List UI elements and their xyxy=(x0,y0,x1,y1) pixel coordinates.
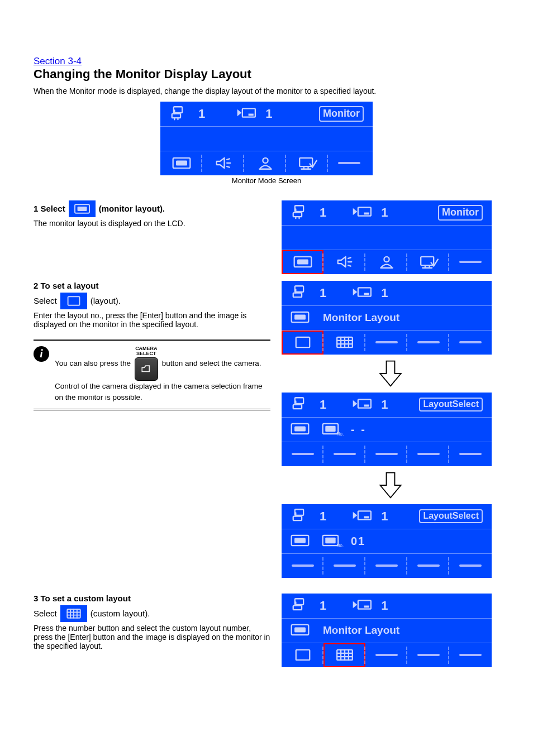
step2-select-post: (layout). xyxy=(91,296,121,305)
user-tile xyxy=(244,151,286,175)
monitor-layout-icon xyxy=(287,420,313,439)
svg-rect-9 xyxy=(176,160,187,165)
step2-select-pre: Select xyxy=(34,296,57,305)
empty-tile xyxy=(449,250,491,274)
monitor-layout-icon-inline xyxy=(69,200,96,217)
lcd-step3: 1 1 Monitor Layout xyxy=(282,594,492,667)
svg-marker-10 xyxy=(216,158,224,168)
layout-no-icon: No. xyxy=(318,420,344,439)
camera-select-button-graphic: CAMERASELECT xyxy=(135,346,158,381)
svg-rect-63 xyxy=(364,405,369,407)
info-icon: i xyxy=(34,346,49,362)
svg-rect-90 xyxy=(358,600,371,609)
monitor-dev-icon xyxy=(349,596,374,615)
lcd-step1: 1 1 Monitor xyxy=(282,200,492,274)
svg-rect-51 xyxy=(296,337,310,347)
monitor-layout-icon xyxy=(287,308,313,328)
step2-body: Enter the layout no., press the [Enter] … xyxy=(34,311,270,329)
svg-rect-21 xyxy=(77,207,87,211)
section-link[interactable]: Section 3-4 xyxy=(34,56,82,66)
svg-rect-76 xyxy=(294,538,306,543)
lcd-caption: Monitor Mode Screen xyxy=(34,176,499,185)
nvr-icon xyxy=(287,596,313,615)
svg-rect-6 xyxy=(242,108,255,117)
layout-no-value: - - xyxy=(351,423,367,436)
monitor-layout-tile xyxy=(160,151,202,175)
mode-badge: Monitor xyxy=(438,205,483,221)
monitor-dev-number: 1 xyxy=(265,107,272,121)
svg-marker-46 xyxy=(353,289,358,295)
svg-line-13 xyxy=(227,166,230,168)
single-layout-tile-selected xyxy=(282,331,323,355)
svg-rect-47 xyxy=(358,288,371,296)
custom-layout-icon-inline xyxy=(60,605,87,622)
monitor-layout-icon xyxy=(287,532,313,551)
monitor-layout-label: Monitor Layout xyxy=(323,312,399,324)
monitor-dev-icon xyxy=(349,395,374,414)
step1-heading: 1 Select (monitor layout). xyxy=(34,200,270,217)
svg-rect-28 xyxy=(358,207,371,216)
empty-tile xyxy=(328,151,370,175)
step2-heading: 2 To set a layout xyxy=(34,281,270,290)
nvr-icon xyxy=(287,506,313,526)
svg-marker-27 xyxy=(353,208,358,215)
monitor-layout-label: Monitor Layout xyxy=(323,624,399,637)
layout-no-icon: No. xyxy=(318,532,344,551)
user-tile xyxy=(365,250,407,274)
mode-badge-layoutselect: LayoutSelect xyxy=(419,398,483,412)
info-box: i You can also press the CAMERASELECT bu… xyxy=(34,339,270,411)
svg-marker-61 xyxy=(353,400,358,407)
custom-layout-tile xyxy=(323,331,365,355)
svg-rect-62 xyxy=(358,399,371,408)
svg-line-11 xyxy=(227,159,230,160)
monitor-layout-icon xyxy=(287,621,313,640)
mode-badge: Monitor xyxy=(319,106,364,122)
svg-rect-23 xyxy=(293,213,302,217)
audio-tile xyxy=(202,151,244,175)
nvr-number: 1 xyxy=(198,107,205,121)
step3-heading: 3 To set a custom layout xyxy=(34,594,270,603)
audio-tile xyxy=(323,250,365,274)
mode-badge-layoutselect: LayoutSelect xyxy=(419,509,483,523)
single-layout-icon-inline xyxy=(60,293,87,309)
svg-rect-42 xyxy=(68,296,79,305)
layout-no-value: 01 xyxy=(351,535,365,548)
svg-rect-73 xyxy=(358,511,371,519)
custom-layout-tile-selected xyxy=(323,643,365,667)
lcd-monitor-screen: 1 1 Monitor xyxy=(160,102,373,175)
nvr-icon xyxy=(287,203,313,222)
svg-point-14 xyxy=(263,158,268,163)
arrow-down-icon xyxy=(282,358,499,389)
svg-line-35 xyxy=(348,265,351,266)
svg-rect-44 xyxy=(293,293,302,298)
step3-select-post: (custom layout). xyxy=(91,609,150,618)
svg-line-33 xyxy=(348,257,351,259)
svg-rect-29 xyxy=(364,213,369,215)
monitor-dev-icon xyxy=(349,203,374,222)
svg-rect-31 xyxy=(297,259,308,264)
intro-text: When the Monitor mode is displayed, chan… xyxy=(34,86,499,97)
step3-body: Press the number button and select the c… xyxy=(34,624,270,650)
svg-rect-91 xyxy=(364,606,369,608)
monitor-check-tile xyxy=(407,250,449,274)
lcd-step2a: 1 1 Monitor Layout xyxy=(282,281,492,355)
monitor-check-tile xyxy=(286,151,328,175)
svg-marker-32 xyxy=(337,257,345,267)
svg-rect-1 xyxy=(172,114,180,118)
svg-rect-93 xyxy=(294,627,306,632)
nvr-icon xyxy=(287,395,313,414)
svg-marker-72 xyxy=(353,512,358,519)
arrow-down-icon xyxy=(282,470,499,501)
monitor-layout-tile-selected xyxy=(282,250,323,274)
single-layout-tile xyxy=(282,643,323,667)
svg-point-36 xyxy=(384,257,389,262)
svg-rect-94 xyxy=(296,650,310,660)
svg-rect-67 xyxy=(325,425,335,432)
nvr-icon xyxy=(287,283,313,303)
lcd-step2b: 1 1 LayoutSelect No. - - xyxy=(282,393,492,466)
svg-text:No.: No. xyxy=(336,543,344,548)
svg-rect-48 xyxy=(364,293,369,295)
svg-rect-7 xyxy=(249,114,254,116)
lcd-step2c: 1 1 LayoutSelect No. 01 xyxy=(282,504,492,578)
svg-rect-70 xyxy=(293,516,302,521)
